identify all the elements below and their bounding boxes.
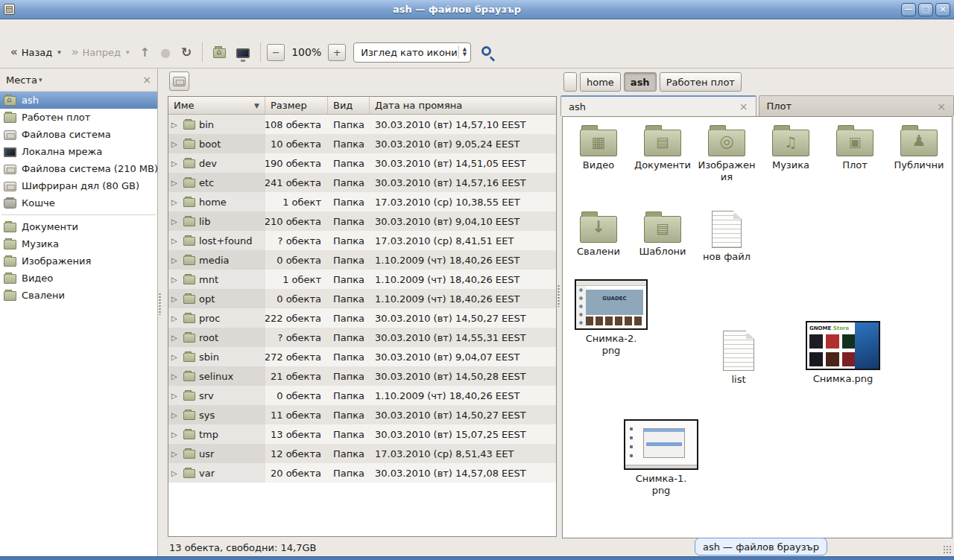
table-row[interactable]: ▷ mnt 1 обект Папка 1.10.2009 (чт) 18,40… <box>168 270 556 289</box>
list-item[interactable]: нов файл <box>695 209 759 263</box>
sidebar-item[interactable]: Файлова система <box>0 126 157 143</box>
sidebar-item[interactable]: Работен плот <box>0 109 157 126</box>
sidebar-item[interactable]: Документи <box>0 218 157 235</box>
tab-close-icon[interactable]: × <box>739 101 748 112</box>
sidebar-item[interactable]: Видео <box>0 270 157 287</box>
table-row[interactable]: ▷ dev 190 обекта Папка 30.03.2010 (вт) 1… <box>168 153 556 173</box>
expander-icon[interactable]: ▷ <box>171 121 180 129</box>
expander-icon[interactable]: ▷ <box>171 430 180 439</box>
table-row[interactable]: ▷ var 20 обекта Папка 30.03.2010 (вт) 14… <box>168 463 556 483</box>
close-button[interactable]: × <box>935 3 950 16</box>
menu-item[interactable] <box>45 27 58 30</box>
expander-icon[interactable]: ▷ <box>171 179 180 187</box>
table-row[interactable]: ▷ usr 12 обекта Папка 17.03.2010 (ср) 8,… <box>168 444 556 463</box>
table-row[interactable]: ▷ bin 108 обекта Папка 30.03.2010 (вт) 1… <box>168 115 556 134</box>
image-file-snimka-1[interactable]: Снимка-1.png <box>620 419 702 497</box>
expander-icon[interactable]: ▷ <box>171 295 180 303</box>
up-button[interactable]: ↑ <box>136 42 154 63</box>
list-item[interactable]: Музика <box>759 123 823 183</box>
path-button[interactable] <box>563 72 577 92</box>
table-row[interactable]: ▷ srv 0 обекта Папка 1.10.2009 (чт) 18,4… <box>168 386 556 405</box>
path-button[interactable]: Работен плот <box>660 72 742 92</box>
home-button[interactable] <box>209 42 230 62</box>
sidebar-title[interactable]: Места <box>6 74 37 86</box>
maximize-button[interactable]: □ <box>918 3 933 16</box>
image-file-snimka[interactable]: GNOME Store Снимка.png <box>802 321 884 385</box>
sidebar-item[interactable]: Кошче <box>0 194 157 211</box>
menu-item[interactable] <box>4 27 18 30</box>
expander-icon[interactable]: ▷ <box>171 411 180 419</box>
sidebar-item[interactable]: ash <box>0 92 157 109</box>
expander-icon[interactable]: ▷ <box>171 276 180 284</box>
chevron-down-icon[interactable]: ▾ <box>57 48 61 56</box>
table-row[interactable]: ▷ lost+found ? обекта Папка 17.03.2010 (… <box>168 231 556 250</box>
search-icon[interactable] <box>481 46 491 56</box>
table-row[interactable]: ▷ lib 210 обекта Папка 30.03.2010 (вт) 9… <box>168 211 556 231</box>
path-button[interactable]: home <box>580 72 621 92</box>
root-location-button[interactable] <box>169 71 189 91</box>
sidebar-item[interactable]: Шифриран дял (80 GB) <box>0 177 157 194</box>
list-item[interactable]: Плот <box>823 123 887 183</box>
tab[interactable]: ash × <box>560 95 756 116</box>
path-button[interactable]: ash <box>624 72 657 92</box>
sidebar-close-icon[interactable]: × <box>142 74 151 86</box>
expander-icon[interactable]: ▷ <box>171 392 180 400</box>
expander-icon[interactable]: ▷ <box>171 237 180 245</box>
expander-icon[interactable]: ▷ <box>171 372 180 381</box>
expander-icon[interactable]: ▷ <box>171 217 180 226</box>
column-header-type[interactable]: Вид <box>328 97 370 114</box>
icon-canvas[interactable]: Видео Документи Изображения Музика Плот … <box>562 116 953 538</box>
table-row[interactable]: ▷ media 0 обекта Папка 1.10.2009 (чт) 18… <box>168 250 556 270</box>
table-row[interactable]: ▷ selinux 21 обекта Папка 30.03.2010 (вт… <box>168 366 556 386</box>
table-row[interactable]: ▷ boot 10 обекта Папка 30.03.2010 (вт) 9… <box>168 134 556 153</box>
expander-icon[interactable]: ▷ <box>171 198 180 206</box>
list-item[interactable]: Видео <box>566 123 631 183</box>
zoom-in-button[interactable]: + <box>328 44 346 61</box>
text-file-list[interactable]: list <box>698 329 780 386</box>
expander-icon[interactable]: ▷ <box>171 256 180 264</box>
menu-item[interactable] <box>18 27 31 30</box>
sidebar-item[interactable]: Изображения <box>0 252 157 270</box>
list-item[interactable]: Публични <box>887 123 951 183</box>
list-item[interactable]: Шаблони <box>631 209 695 263</box>
column-header-name[interactable]: Име ▼ <box>168 97 265 114</box>
expander-icon[interactable]: ▷ <box>171 334 180 342</box>
table-row[interactable]: ▷ home 1 обект Папка 17.03.2010 (ср) 10,… <box>168 192 556 211</box>
table-row[interactable]: ▷ opt 0 обекта Папка 1.10.2009 (чт) 18,4… <box>168 289 556 308</box>
file-manager-window-icon[interactable] <box>4 4 15 15</box>
table-row[interactable]: ▷ etc 241 обекта Папка 30.03.2010 (вт) 1… <box>168 173 556 192</box>
image-file-snimka-2[interactable]: GUADEC Снимка-2.png <box>570 279 652 357</box>
chevron-down-icon[interactable]: ▾ <box>39 76 42 83</box>
expander-icon[interactable]: ▷ <box>171 353 180 361</box>
expander-icon[interactable]: ▷ <box>171 450 180 458</box>
tab-close-icon[interactable]: × <box>937 101 946 112</box>
taskbar-window-button[interactable]: ash — файлов браузър <box>695 538 827 556</box>
sidebar-item[interactable]: Файлова система (210 MB) <box>0 160 157 177</box>
column-header-size[interactable]: Размер <box>265 97 328 114</box>
zoom-out-button[interactable]: − <box>267 44 285 61</box>
table-row[interactable]: ▷ sys 11 обекта Папка 30.03.2010 (вт) 14… <box>168 405 556 424</box>
table-row[interactable]: ▷ sbin 272 обекта Папка 30.03.2010 (вт) … <box>168 347 556 366</box>
expander-icon[interactable]: ▷ <box>171 314 180 322</box>
computer-button[interactable] <box>232 43 254 62</box>
stop-button[interactable]: ● <box>156 42 175 63</box>
back-button[interactable]: « Назад ▾ <box>6 42 66 63</box>
expander-icon[interactable]: ▷ <box>171 140 180 148</box>
chevron-down-icon[interactable]: ▾ <box>126 48 130 56</box>
sidebar-item[interactable]: Локална мрежа <box>0 143 157 160</box>
reload-button[interactable]: ↻ <box>177 41 196 63</box>
list-item[interactable]: Документи <box>631 123 695 183</box>
column-header-date[interactable]: Дата на промяна <box>370 97 556 114</box>
list-item[interactable]: Изображения <box>695 123 759 183</box>
minimize-button[interactable]: — <box>901 3 916 16</box>
table-row[interactable]: ▷ proc 222 обекта Папка 30.03.2010 (вт) … <box>168 308 556 328</box>
tab[interactable]: Плот × <box>759 95 954 116</box>
menu-item[interactable] <box>58 27 72 30</box>
menu-item[interactable] <box>31 27 45 30</box>
expander-icon[interactable]: ▷ <box>171 469 180 477</box>
sidebar-item[interactable]: Свалени <box>0 287 157 304</box>
table-row[interactable]: ▷ tmp 13 обекта Папка 30.03.2010 (вт) 15… <box>168 424 556 444</box>
resize-grip[interactable] <box>943 545 953 555</box>
menu-item[interactable] <box>72 27 85 30</box>
expander-icon[interactable]: ▷ <box>171 159 180 168</box>
